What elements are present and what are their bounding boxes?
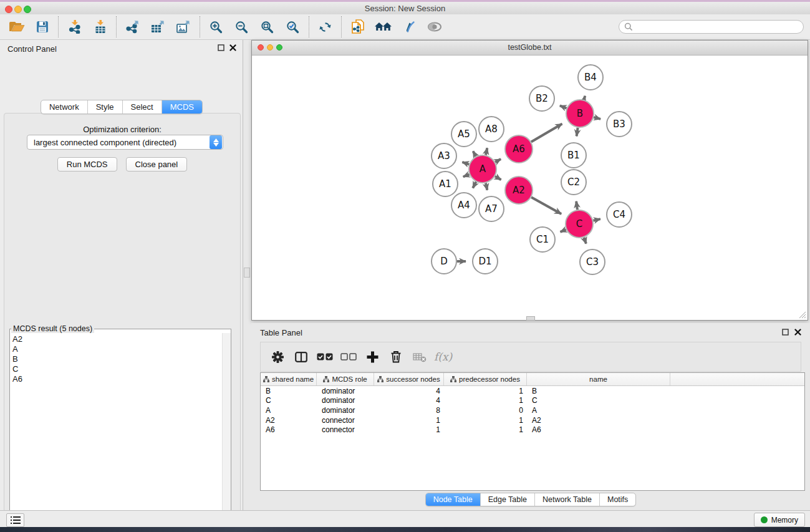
zoom-selected-button[interactable] <box>280 15 306 39</box>
graph-edge-C-C1[interactable] <box>561 230 566 232</box>
save-session-button[interactable] <box>29 15 55 39</box>
network-window-titlebar[interactable]: testGlobe.txt <box>252 41 808 56</box>
export-network-button[interactable] <box>120 15 145 39</box>
cell-successor-nodes: 4 <box>374 396 444 405</box>
graph-edge-B-B2[interactable] <box>560 105 567 108</box>
network-bottom-divider-handle[interactable] <box>526 316 535 321</box>
mcds-result-item[interactable]: A6 <box>12 374 223 384</box>
save-floppy-icon <box>36 21 49 33</box>
function-builder-button[interactable]: f(x) <box>432 344 452 369</box>
column-header-mcds-role[interactable]: MCDS role <box>317 373 374 385</box>
mcds-result-item[interactable]: A2 <box>12 334 223 344</box>
tab-select[interactable]: Select <box>122 100 162 114</box>
column-header-name[interactable]: name <box>527 373 670 385</box>
graph-edge-A-A3[interactable] <box>462 162 469 165</box>
mcds-result-item[interactable]: B <box>12 354 223 364</box>
tab-motifs[interactable]: Motifs <box>599 493 635 506</box>
run-mcds-button[interactable]: Run MCDS <box>57 157 117 172</box>
graph-edge-A-A8[interactable] <box>486 148 487 155</box>
zoom-fit-button[interactable] <box>254 15 280 39</box>
graph-edge-A-A7[interactable] <box>486 183 487 190</box>
toolbar-separator <box>116 16 117 37</box>
tab-network-table[interactable]: Network Table <box>534 493 599 506</box>
cell-mcds-role: dominator <box>317 406 374 415</box>
search-field[interactable] <box>619 20 804 34</box>
graph-node-label-A7: A7 <box>485 203 498 215</box>
network-canvas[interactable]: AA1A2A3A4A5A6A7A8BB1B2B3B4CC1C2C3C4DD1 <box>253 56 807 319</box>
hide-labels-icon <box>402 20 416 34</box>
resize-grip-icon[interactable] <box>798 311 806 319</box>
show-starter-panel-button[interactable] <box>370 15 396 39</box>
graph-edge-A2-C[interactable] <box>531 197 561 214</box>
graph-edge-A-A4[interactable] <box>473 181 476 188</box>
close-table-panel-icon[interactable] <box>794 329 801 336</box>
optimization-criterion-select[interactable]: largest connected component (directed) <box>27 135 223 150</box>
graph-edge-B-B3[interactable] <box>594 117 600 119</box>
mcds-result-list[interactable]: A2ABCA6 <box>10 333 223 525</box>
mcds-result-item[interactable]: C <box>12 364 223 374</box>
split-divider-handle[interactable] <box>244 268 250 278</box>
table-row[interactable]: Bdominator41B <box>261 386 804 396</box>
search-input[interactable] <box>633 22 803 31</box>
new-network-from-file-button[interactable] <box>345 15 370 39</box>
export-image-button[interactable] <box>171 15 196 39</box>
import-table-button[interactable] <box>87 15 113 39</box>
delete-columns-button[interactable] <box>384 344 408 369</box>
column-header-predecessor-nodes[interactable]: predecessor nodes <box>444 373 527 385</box>
graph-edge-C-C3[interactable] <box>584 238 586 244</box>
graph-edge-C-C2[interactable] <box>576 201 577 210</box>
tab-network[interactable]: Network <box>41 100 87 114</box>
import-network-button[interactable] <box>62 15 87 39</box>
graph-edge-A6-B[interactable] <box>531 124 562 142</box>
hide-node-labels-button[interactable] <box>396 15 422 39</box>
select-all-columns-button[interactable] <box>313 344 337 369</box>
unchecked-boxes-icon <box>340 353 357 360</box>
cell-name: A2 <box>527 416 670 425</box>
show-task-history-button[interactable] <box>6 513 24 527</box>
table-options-button[interactable] <box>266 344 289 369</box>
tab-node-table[interactable]: Node Table <box>426 493 480 506</box>
mcds-result-title: MCDS result (5 nodes) <box>11 324 94 333</box>
open-session-button[interactable] <box>4 15 29 39</box>
close-panel-button[interactable]: Close panel <box>126 157 188 172</box>
table-row[interactable]: Adominator80A <box>261 405 804 415</box>
mcds-result-scrollbar[interactable] <box>222 333 231 525</box>
mcds-result-item[interactable]: A <box>12 344 223 354</box>
create-new-column-button[interactable] <box>360 344 384 369</box>
tab-mcds[interactable]: MCDS <box>162 100 202 114</box>
float-table-panel-icon[interactable] <box>782 329 789 336</box>
show-column-panel-button[interactable] <box>289 344 313 369</box>
cell-predecessor-nodes: 1 <box>444 425 527 434</box>
float-panel-icon[interactable] <box>218 44 224 51</box>
select-stepper-icon <box>210 135 222 149</box>
table-row[interactable]: A6connector11A6 <box>261 425 804 435</box>
unselect-all-columns-button[interactable] <box>337 344 360 369</box>
graph-edge-C-C4[interactable] <box>593 219 600 221</box>
zoom-in-button[interactable] <box>203 15 229 39</box>
graph-edge-A-A5[interactable] <box>473 151 476 156</box>
tab-style[interactable]: Style <box>87 100 122 114</box>
graph-node-label-B4: B4 <box>584 72 597 83</box>
graph-edge-A-A1[interactable] <box>463 175 470 177</box>
graph-edge-B-B1[interactable] <box>577 128 578 137</box>
show-graphics-details-button[interactable] <box>422 15 447 39</box>
column-header-shared-name[interactable]: shared name <box>261 373 317 385</box>
memory-label: Memory <box>771 516 798 525</box>
column-header-successor-nodes[interactable]: successor nodes <box>374 373 444 385</box>
table-row[interactable]: A2connector11A2 <box>261 415 804 425</box>
cell-successor-nodes: 1 <box>374 416 444 425</box>
graph-edge-A-A2[interactable] <box>495 177 501 180</box>
desktop-strip-bottom <box>0 527 810 532</box>
memory-button[interactable]: Memory <box>754 513 805 527</box>
cell-name: A <box>527 406 670 415</box>
close-panel-icon[interactable] <box>229 44 236 51</box>
zoom-out-button[interactable] <box>229 15 254 39</box>
delete-table-button[interactable] <box>408 344 432 369</box>
graph-edge-B-B4[interactable] <box>584 96 585 100</box>
graph-edge-A-A6[interactable] <box>495 159 501 162</box>
apply-layout-button[interactable] <box>312 15 338 39</box>
export-table-button[interactable] <box>145 15 171 39</box>
table-row[interactable]: Cdominator41C <box>261 396 804 406</box>
tab-edge-table[interactable]: Edge Table <box>480 493 534 506</box>
app-window: Session: New Session <box>0 0 810 532</box>
